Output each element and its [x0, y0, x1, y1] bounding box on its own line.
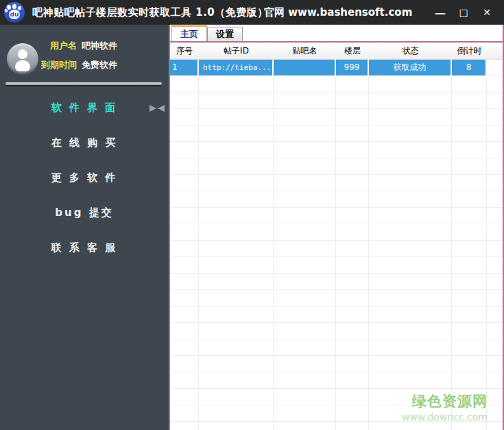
column-header-status[interactable]: 状态 — [369, 43, 452, 59]
table-row-empty[interactable] — [170, 290, 503, 307]
sidebar-divider — [5, 82, 162, 85]
user-info: 用户名 吧神软件 到期时间 免费软件 — [41, 40, 165, 78]
maximize-button[interactable]: □ — [452, 2, 475, 23]
cell-index: 1 — [170, 60, 199, 75]
cell-status: 获取成功 — [369, 60, 452, 75]
column-header-bar-name[interactable]: 贴吧名 — [274, 43, 336, 59]
table-header: 序号 帖子ID 贴吧名 楼层 状态 倒计时 — [170, 43, 503, 60]
column-header-countdown[interactable]: 倒计时 — [452, 43, 487, 59]
table-row-empty[interactable] — [170, 356, 503, 372]
table-row-empty[interactable] — [170, 175, 503, 191]
menu-item-label: 更 多 软 件 — [51, 171, 118, 184]
column-header-index[interactable]: 序号 — [170, 43, 199, 59]
main-panel: 主页 设置 序号 帖子ID 贴吧名 楼层 状态 倒计时 1 http://tie… — [169, 25, 504, 430]
minimize-button[interactable]: — — [429, 2, 452, 23]
menu-item-label: 联 系 客 服 — [51, 241, 118, 254]
expiry-label: 到期时间 — [41, 59, 77, 71]
bowtie-pointer-icon — [149, 105, 165, 112]
table-row-empty[interactable] — [170, 405, 503, 422]
logo-du-text: du — [9, 11, 20, 18]
cell-post-id: http://tieba.... — [199, 60, 274, 75]
table-row-empty[interactable] — [170, 76, 503, 93]
app-title: 吧神贴吧帖子楼层数实时获取工具 1.0（免费版） — [32, 6, 268, 19]
menu-item-contact-support[interactable]: 联 系 客 服 — [0, 230, 169, 265]
table-row-empty[interactable] — [170, 389, 503, 405]
menu-item-label: bug 提交 — [55, 206, 113, 219]
table-row-empty[interactable] — [170, 191, 503, 208]
table-row-empty[interactable] — [170, 339, 503, 356]
username-value: 吧神软件 — [82, 40, 117, 52]
baidu-paw-logo-icon: du — [4, 2, 25, 23]
tab-settings[interactable]: 设置 — [207, 27, 243, 41]
cell-filler — [487, 60, 503, 75]
menu-item-software-ui[interactable]: 软 件 界 面 — [0, 91, 169, 126]
table-row-selected[interactable]: 1 http://tieba.... 999 获取成功 8 — [170, 60, 503, 76]
table-row-empty[interactable] — [170, 372, 503, 389]
expiry-value: 免费软件 — [82, 59, 117, 71]
menu-item-label: 软 件 界 面 — [51, 101, 118, 114]
menu-item-more-software[interactable]: 更 多 软 件 — [0, 160, 169, 195]
table-row-empty[interactable] — [170, 307, 503, 323]
table-row-empty[interactable] — [170, 323, 503, 339]
table-row-empty[interactable] — [170, 158, 503, 175]
table-row-empty[interactable] — [170, 422, 503, 430]
official-site-label: 官网 www.bashensoft.com — [264, 6, 412, 19]
table-row-empty[interactable] — [170, 274, 503, 290]
column-header-floor[interactable]: 楼层 — [336, 43, 369, 59]
app-window: du 吧神贴吧帖子楼层数实时获取工具 1.0（免费版） 官网 www.bashe… — [0, 0, 504, 430]
user-avatar-icon[interactable] — [7, 43, 38, 75]
table-row-empty[interactable] — [170, 93, 503, 109]
close-button[interactable]: ✕ — [475, 2, 499, 23]
menu-item-label: 在 线 购 买 — [51, 136, 118, 149]
table-row-empty[interactable] — [170, 126, 503, 142]
column-header-post-id[interactable]: 帖子ID — [199, 43, 274, 59]
table-row-empty[interactable] — [170, 142, 503, 158]
cell-floor: 999 — [336, 60, 369, 75]
cell-bar-name — [274, 60, 336, 75]
table-row-empty[interactable] — [170, 241, 503, 257]
sidebar: 用户名 吧神软件 到期时间 免费软件 软 件 界 面 在 线 购 买 更 多 软… — [0, 25, 169, 430]
username-label: 用户名 — [41, 40, 77, 52]
tab-bar: 主页 设置 — [170, 25, 503, 41]
table-empty-rows — [170, 76, 503, 430]
tab-home[interactable]: 主页 — [171, 25, 207, 41]
menu-item-buy-online[interactable]: 在 线 购 买 — [0, 126, 169, 160]
table-row-empty[interactable] — [170, 224, 503, 241]
column-header-filler — [487, 43, 503, 59]
table-row-empty[interactable] — [170, 109, 503, 126]
title-bar: du 吧神贴吧帖子楼层数实时获取工具 1.0（免费版） 官网 www.bashe… — [0, 0, 504, 25]
posts-table[interactable]: 序号 帖子ID 贴吧名 楼层 状态 倒计时 1 http://tieba....… — [170, 41, 503, 430]
window-controls: — □ ✕ — [429, 0, 499, 25]
cell-countdown: 8 — [452, 60, 487, 75]
table-row-empty[interactable] — [170, 208, 503, 224]
menu-item-bug-report[interactable]: bug 提交 — [0, 195, 169, 230]
table-row-empty[interactable] — [170, 257, 503, 274]
sidebar-menu: 软 件 界 面 在 线 购 买 更 多 软 件 bug 提交 联 系 客 服 — [0, 91, 169, 265]
